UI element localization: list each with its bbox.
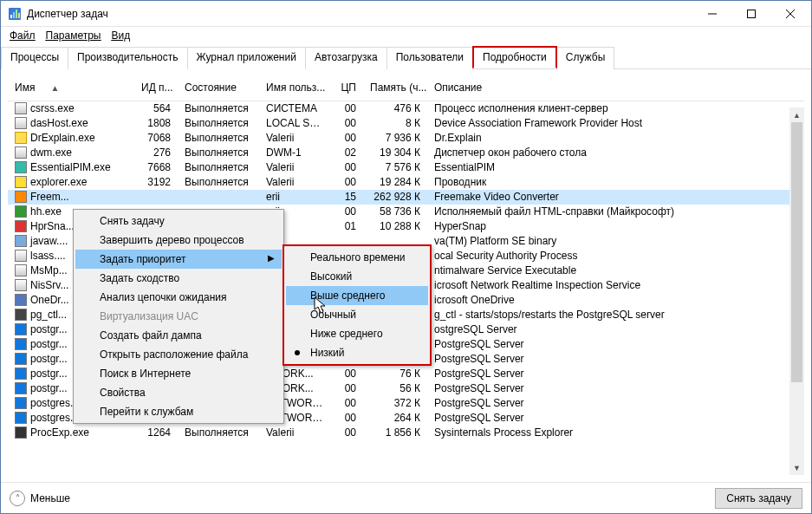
process-icon: [15, 368, 27, 380]
table-row[interactable]: DrExplain.exe7068ВыполняетсяValerii007 9…: [8, 131, 804, 146]
context-menu-item[interactable]: Задать приоритет▶: [75, 250, 282, 269]
process-icon: [15, 309, 27, 321]
process-icon: [15, 205, 27, 218]
tab-startup[interactable]: Автозагрузка: [305, 47, 387, 69]
process-icon: [15, 279, 27, 291]
priority-menu-item[interactable]: Реального времени: [286, 248, 428, 267]
process-icon: [15, 426, 27, 439]
process-icon: [15, 235, 27, 247]
context-menu: Снять задачуЗавершить дерево процессовЗа…: [73, 209, 284, 424]
table-row[interactable]: EssentialPIM.exe7668ВыполняетсяValerii00…: [8, 160, 804, 175]
context-menu-item[interactable]: Свойства: [75, 383, 282, 402]
table-row[interactable]: explorer.exe3192ВыполняетсяValerii0019 2…: [8, 175, 804, 190]
priority-menu-item[interactable]: Высокий: [286, 267, 428, 286]
priority-menu-item[interactable]: Обычный: [286, 305, 428, 324]
end-task-button[interactable]: Снять задачу: [715, 488, 802, 509]
radio-dot-icon: [295, 350, 300, 355]
context-menu-item[interactable]: Снять задачу: [75, 211, 282, 231]
scroll-thumb[interactable]: [791, 122, 802, 382]
process-icon: [15, 264, 27, 277]
priority-submenu: Реального времениВысокийВыше среднегоОбы…: [283, 244, 432, 366]
menu-options[interactable]: Параметры: [42, 29, 105, 42]
tab-apphistory[interactable]: Журнал приложений: [187, 47, 306, 69]
process-icon: [15, 161, 27, 173]
fewer-details-button[interactable]: ˄ Меньше: [10, 491, 70, 506]
col-desc[interactable]: Описание: [427, 76, 804, 101]
table-row[interactable]: ProcExp.exe1264ВыполняетсяValerii001 856…: [8, 426, 804, 440]
process-icon: [15, 146, 27, 159]
context-menu-item[interactable]: Перейти к службам: [75, 402, 282, 421]
menu-view[interactable]: Вид: [107, 29, 133, 42]
context-menu-item[interactable]: Завершить дерево процессов: [75, 231, 282, 250]
menu-file[interactable]: Файл: [6, 29, 39, 42]
col-user[interactable]: Имя польз...: [259, 76, 332, 101]
svg-rect-6: [747, 10, 755, 17]
col-mem[interactable]: Память (ч...: [363, 76, 427, 101]
scroll-up-icon[interactable]: ▲: [789, 107, 804, 122]
minimize-button[interactable]: [692, 1, 731, 26]
process-icon: [15, 382, 27, 394]
table-row[interactable]: dasHost.exe1808ВыполняетсяLOCAL SE...008…: [8, 116, 804, 131]
process-icon: [15, 176, 27, 188]
context-menu-item[interactable]: Поиск в Интернете: [75, 364, 282, 383]
process-icon: [15, 338, 27, 350]
context-menu-item[interactable]: Задать сходство: [75, 269, 282, 288]
scroll-down-icon[interactable]: ▼: [789, 460, 804, 475]
chevron-up-icon: ˄: [10, 491, 25, 506]
vertical-scrollbar[interactable]: ▲ ▼: [789, 107, 804, 475]
tab-details[interactable]: Подробности: [472, 46, 557, 68]
svg-rect-2: [13, 12, 15, 18]
process-icon: [15, 191, 27, 203]
process-icon: [15, 250, 27, 262]
context-menu-item[interactable]: Анализ цепочки ожидания: [75, 288, 282, 307]
context-menu-item: Виртуализация UAC: [75, 307, 282, 326]
process-icon: [15, 397, 27, 409]
process-icon: [15, 132, 27, 144]
process-icon: [15, 412, 27, 424]
table-header-row: Имя▲ ИД п... Состояние Имя польз... ЦП П…: [8, 76, 804, 101]
close-button[interactable]: [770, 1, 809, 26]
table-row[interactable]: Freem...erii15262 928 КFreemake Video Co…: [8, 190, 804, 205]
col-cpu[interactable]: ЦП: [332, 76, 363, 101]
svg-rect-4: [18, 13, 20, 18]
process-icon: [15, 220, 27, 232]
tab-users[interactable]: Пользователи: [387, 47, 473, 69]
tab-services[interactable]: Службы: [556, 47, 614, 69]
process-icon: [15, 102, 27, 114]
bottom-bar: ˄ Меньше Снять задачу: [1, 482, 811, 513]
tab-performance[interactable]: Производительность: [68, 47, 187, 69]
col-pid[interactable]: ИД п...: [134, 76, 178, 101]
context-menu-item[interactable]: Создать файл дампа: [75, 326, 282, 345]
priority-menu-item[interactable]: Выше среднего: [286, 286, 428, 305]
context-menu-item[interactable]: Открыть расположение файла: [75, 345, 282, 364]
priority-menu-item[interactable]: Низкий: [286, 343, 428, 362]
priority-menu-item[interactable]: Ниже среднего: [286, 324, 428, 343]
process-icon: [15, 323, 27, 335]
menubar: Файл Параметры Вид: [1, 27, 811, 44]
titlebar: Диспетчер задач: [1, 1, 811, 27]
svg-rect-1: [10, 15, 12, 18]
table-row[interactable]: dwm.exe276ВыполняетсяDWM-10219 304 КДисп…: [8, 146, 804, 160]
submenu-arrow-icon: ▶: [268, 253, 275, 263]
sort-asc-icon: ▲: [50, 83, 59, 93]
tab-processes[interactable]: Процессы: [1, 47, 68, 69]
process-icon: [15, 353, 27, 365]
table-row[interactable]: csrss.exe564ВыполняетсяСИСТЕМА00476 КПро…: [8, 101, 804, 117]
tab-strip: Процессы Производительность Журнал прило…: [1, 46, 811, 69]
svg-rect-3: [16, 10, 17, 18]
process-icon: [15, 117, 27, 129]
window-title: Диспетчер задач: [27, 8, 692, 20]
app-icon: [8, 7, 22, 21]
process-icon: [15, 294, 27, 306]
maximize-button[interactable]: [731, 1, 770, 26]
col-name[interactable]: Имя▲: [8, 76, 134, 101]
col-state[interactable]: Состояние: [178, 76, 259, 101]
